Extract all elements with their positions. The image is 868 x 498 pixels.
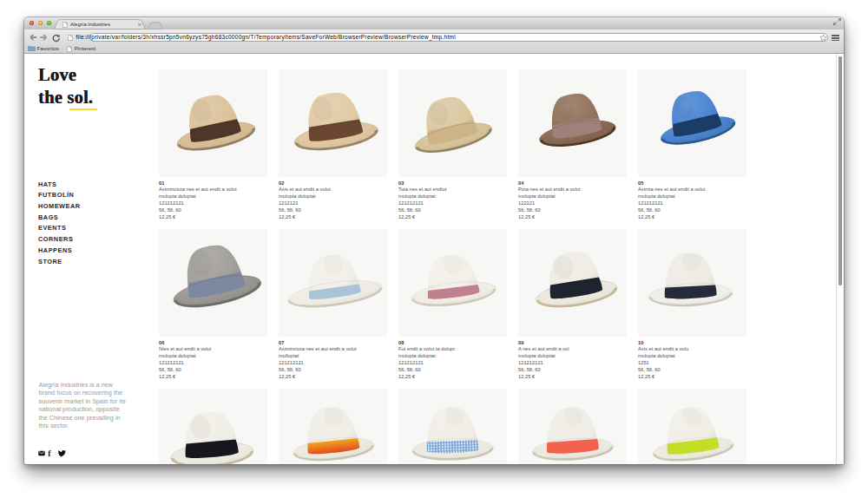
svg-text:f: f (48, 449, 51, 458)
